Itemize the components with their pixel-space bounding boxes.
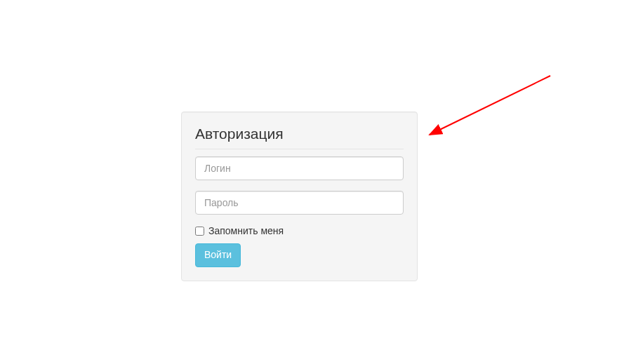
username-input[interactable] — [195, 156, 404, 180]
remember-me-label: Запомнить меня — [208, 225, 284, 236]
svg-line-1 — [430, 76, 550, 135]
login-title: Авторизация — [195, 126, 404, 149]
annotation-arrow-icon — [424, 70, 557, 140]
login-panel: Авторизация Запомнить меня Войти — [181, 112, 418, 281]
form-group-password — [195, 191, 404, 215]
password-input[interactable] — [195, 191, 404, 215]
remember-me-row: Запомнить меня — [195, 225, 404, 236]
remember-me-checkbox[interactable] — [195, 227, 204, 236]
submit-button[interactable]: Войти — [195, 243, 241, 267]
form-group-username — [195, 156, 404, 180]
